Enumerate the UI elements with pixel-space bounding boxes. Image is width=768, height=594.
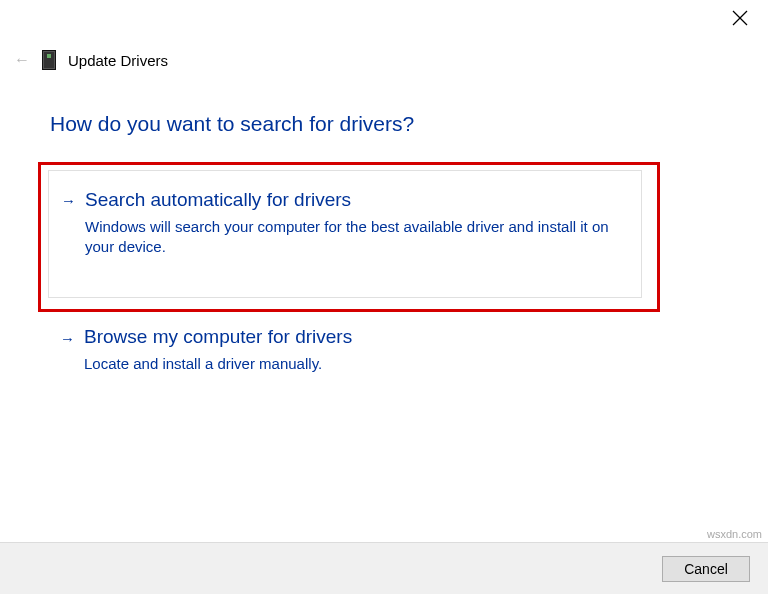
back-arrow-icon[interactable]: ← <box>14 51 30 69</box>
arrow-right-icon: → <box>61 192 76 209</box>
dialog-header: ← Update Drivers <box>14 50 168 70</box>
cancel-button[interactable]: Cancel <box>662 556 750 582</box>
arrow-right-icon: → <box>60 330 75 347</box>
close-icon <box>732 10 748 26</box>
option-title: Search automatically for drivers <box>85 189 623 211</box>
option-title: Browse my computer for drivers <box>84 326 624 348</box>
question-heading: How do you want to search for drivers? <box>50 112 414 136</box>
option-browse-computer[interactable]: → Browse my computer for drivers Locate … <box>48 318 642 392</box>
dialog-title: Update Drivers <box>68 52 168 69</box>
device-icon <box>42 50 56 70</box>
update-drivers-dialog: ← Update Drivers How do you want to sear… <box>0 0 768 594</box>
option-description: Windows will search your computer for th… <box>85 217 623 258</box>
option-description: Locate and install a driver manually. <box>84 354 624 374</box>
watermark-text: wsxdn.com <box>707 528 762 540</box>
option-search-automatically[interactable]: → Search automatically for drivers Windo… <box>48 170 642 298</box>
dialog-footer: Cancel <box>0 542 768 594</box>
close-button[interactable] <box>732 10 750 28</box>
